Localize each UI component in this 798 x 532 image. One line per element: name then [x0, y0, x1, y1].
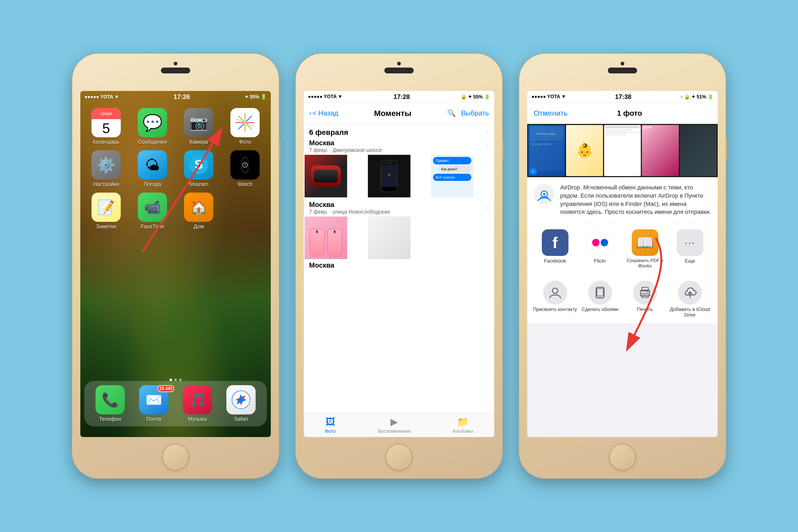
location-2: Москва [309, 201, 390, 209]
photo-4[interactable] [305, 216, 347, 259]
action-assign-contact[interactable]: Присвоить контакту [533, 281, 577, 318]
battery-1: ✦ 55% 🔋 [244, 94, 267, 100]
share-nav: Отменить 1 фото space [527, 103, 718, 124]
actions-row: Присвоить контакту Сделать обоями [527, 275, 718, 323]
svg-point-29 [647, 291, 648, 292]
airdrop-section: AirDrop. Мгновенный обмен данными с теми… [527, 177, 718, 223]
app-camera[interactable]: 📷 Камера [178, 108, 219, 145]
photo-1[interactable] [305, 155, 347, 197]
airdrop-description: AirDrop. Мгновенный обмен данными с теми… [560, 184, 711, 216]
app-messages[interactable]: 💬 Сообщения [132, 108, 173, 145]
phone-icon: 📞 [101, 392, 119, 408]
tab-memories-label: Воспоминания [378, 429, 411, 434]
chevron-left-icon: ‹ [309, 109, 311, 117]
phone-top-bar-3 [519, 62, 726, 73]
home-screen: ●●●●● YOTA ▼ 17:26 ✦ 55% 🔋 среда 5 Кален… [80, 91, 271, 437]
app-shazam[interactable]: S Shazam [178, 150, 219, 187]
app-home[interactable]: 🏠 Дом [178, 193, 219, 230]
time-2: 17:28 [394, 93, 410, 100]
app-label-settings: Настройки [93, 181, 119, 187]
share-ibooks[interactable]: 📖 Сохранить PDF в iBooks [623, 229, 667, 269]
thumb-selected-1[interactable]: Некоторые люди... так рядом, сразу... ✓ [528, 125, 565, 176]
tab-albums[interactable]: 📁 Альбомы [453, 416, 473, 434]
thumb-3[interactable] [604, 125, 641, 176]
app-label-camera: Камера [189, 139, 208, 145]
app-settings[interactable]: ⚙️ Настройки [86, 150, 127, 187]
search-icon[interactable]: 🔍 [447, 109, 456, 117]
thumb-5[interactable] [680, 125, 717, 176]
app-photos[interactable]: Фото [225, 108, 265, 145]
dock-mail[interactable]: ✉️ 25 340 Почта [133, 385, 174, 422]
section-header-date: 6 февраля › [304, 124, 494, 139]
select-label[interactable]: Выбрать [461, 109, 489, 117]
photos-icon [234, 112, 255, 133]
back-label: < Назад [312, 109, 338, 117]
speaker-2 [384, 68, 414, 73]
app-facetime[interactable]: 📹 FaceTime [132, 193, 173, 230]
phone-screen-3: ●●●●● YOTA ▼ 17:38 ↑ 🔒 ✦ 51% 🔋 Отменить … [527, 91, 718, 437]
tab-photos[interactable]: 🖼 Фото [325, 416, 336, 434]
share-more[interactable]: ··· Еще [667, 229, 712, 269]
phone-screen-2: ●●●●● YOTA ▼ 17:28 🔒 ✦ 55% 🔋 ‹ < Назад М… [304, 91, 494, 437]
tab-memories[interactable]: ▶ Воспоминания [378, 416, 411, 434]
photo-grid-1: 📱 Привет! Как дела? Всё хорошо [304, 155, 494, 197]
albums-tab-icon: 📁 [457, 416, 469, 428]
side-button-3 [726, 139, 727, 160]
speaker-3 [608, 68, 637, 73]
assign-contact-label: Присвоить контакту [533, 307, 577, 312]
photo-5[interactable] [368, 216, 411, 259]
music-icon: 🎵 [189, 392, 206, 408]
cancel-button[interactable]: Отменить [534, 109, 568, 118]
app-label-photos: Фото [239, 139, 251, 145]
dock-safari[interactable]: Safari [221, 385, 262, 422]
mail-badge: 25 340 [157, 385, 174, 392]
icloud-label: Добавить в iCloud Drive [667, 307, 712, 318]
facebook-icon: f [542, 229, 568, 256]
app-watch[interactable]: Watch [225, 150, 265, 187]
subsection-header-3: Москва [304, 259, 494, 270]
dock-label-music: Музыка [188, 416, 207, 422]
action-print[interactable]: Печать [623, 281, 667, 318]
share-facebook[interactable]: f Facebook [533, 229, 577, 269]
back-button[interactable]: ‹ < Назад [309, 109, 338, 117]
home-button-1[interactable] [162, 444, 189, 470]
status-bar-2: ●●●●● YOTA ▼ 17:28 🔒 ✦ 55% 🔋 [304, 91, 494, 103]
app-notes[interactable]: 📝 Заметки [86, 193, 127, 230]
time-3: 17:38 [615, 93, 631, 100]
home-button-2[interactable] [386, 444, 412, 470]
shazam-icon: S [189, 156, 208, 174]
carrier-3: ●●●●● YOTA ▼ [531, 94, 566, 99]
app-weather[interactable]: 🌤 Погода [132, 150, 173, 187]
photo-3[interactable]: Привет! Как дела? Всё хорошо [431, 155, 474, 197]
dock-label-safari: Safari [234, 416, 248, 422]
tab-albums-label: Альбомы [453, 429, 473, 434]
dock-phone[interactable]: 📞 Телефон [90, 385, 131, 422]
nav-title-moments: Моменты [374, 109, 411, 118]
photo-2[interactable]: 📱 [368, 155, 411, 197]
phone-top-bar-1 [72, 62, 279, 73]
dock-music[interactable]: 🎵 Музыка [177, 385, 218, 422]
svg-rect-26 [642, 293, 648, 298]
svg-point-23 [600, 297, 601, 298]
status-bar-1: ●●●●● YOTA ▼ 17:26 ✦ 55% 🔋 [80, 91, 271, 103]
phone-3: ●●●●● YOTA ▼ 17:38 ↑ 🔒 ✦ 51% 🔋 Отменить … [519, 53, 726, 479]
subsection-chevron-1: › [487, 142, 489, 150]
carrier-2: ●●●●● YOTA ▼ [308, 94, 343, 99]
app-calendar[interactable]: среда 5 Календарь [86, 108, 127, 145]
thumb-4[interactable]: Дизайн [642, 125, 679, 176]
action-icloud[interactable]: Добавить в iCloud Drive [667, 281, 712, 318]
app-label-shazam: Shazam [189, 181, 208, 187]
status-bar-3: ●●●●● YOTA ▼ 17:38 ↑ 🔒 ✦ 51% 🔋 [527, 91, 718, 103]
svg-point-1 [243, 121, 247, 124]
app-label-watch: Watch [238, 181, 252, 187]
subsection-header-2: Москва 7 февр. · улица Новослободская › [304, 201, 494, 216]
home-button-3[interactable] [609, 444, 636, 470]
app-label-home: Дом [194, 224, 204, 230]
thumb-2[interactable]: 👶 [566, 125, 603, 176]
share-flickr[interactable]: Flickr [577, 229, 623, 269]
print-icon [633, 281, 657, 305]
wallpaper-icon [588, 281, 612, 305]
sublocation-1: 7 февр. · Дмитровское шоссе [309, 147, 382, 153]
airdrop-icon [534, 184, 555, 205]
action-wallpaper[interactable]: Сделать обоями [577, 281, 623, 318]
